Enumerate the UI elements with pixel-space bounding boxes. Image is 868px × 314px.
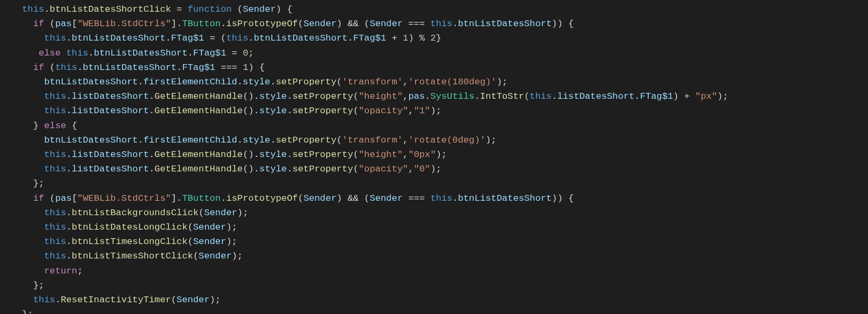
code-line: this.btnListTimesShortClick(Sender);	[0, 251, 243, 261]
code-editor[interactable]: this.btnListDatesShortClick = function (…	[0, 0, 868, 314]
code-line: this.listDatesShort.GetElementHandle().s…	[0, 150, 447, 160]
code-line: return;	[0, 266, 83, 276]
code-line: };	[0, 309, 33, 314]
code-line: this.btnListTimesLongClick(Sender);	[0, 237, 237, 247]
code-line: else this.btnListDatesShort.FTag$1 = 0;	[0, 48, 254, 58]
code-line: this.listDatesShort.GetElementHandle().s…	[0, 106, 441, 116]
code-line: if (pas["WEBLib.StdCtrls"].TButton.isPro…	[0, 19, 574, 29]
code-line: };	[0, 280, 44, 291]
code-line: };	[0, 178, 44, 189]
code-line: this.btnListDatesShort.FTag$1 = (this.bt…	[0, 33, 441, 43]
code-line: this.btnListDatesShortClick = function (…	[0, 4, 293, 14]
code-line: btnListDatesShort.firstElementChild.styl…	[0, 135, 496, 145]
code-line: if (pas["WEBLib.StdCtrls"].TButton.isPro…	[0, 193, 574, 203]
code-line: this.btnListBackgroundsClick(Sender);	[0, 208, 248, 218]
code-line: this.listDatesShort.GetElementHandle().s…	[0, 91, 728, 101]
code-line: if (this.btnListDatesShort.FTag$1 === 1)…	[0, 62, 265, 73]
code-line: this.btnListDatesLongClick(Sender);	[0, 222, 237, 232]
code-line: this.listDatesShort.GetElementHandle().s…	[0, 164, 441, 174]
code-line: } else {	[0, 121, 77, 131]
code-line: this.ResetInactivityTimer(Sender);	[0, 295, 221, 305]
code-line: btnListDatesShort.firstElementChild.styl…	[0, 77, 508, 87]
